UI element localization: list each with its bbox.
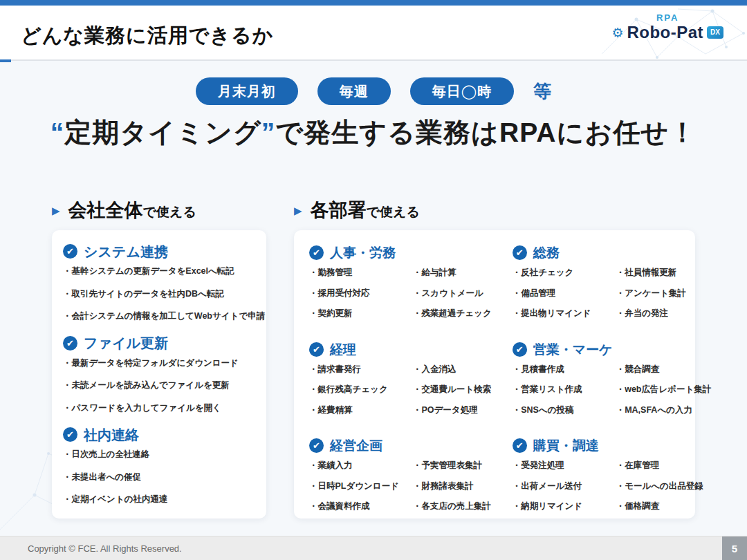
company-wide-card: ✔システム連携 ・基幹システムの更新データをExcelへ転記 ・取引先サイトのデ… xyxy=(52,230,266,519)
task-item: ・業績入力 xyxy=(309,461,413,470)
departments-card: ✔人事・労務 ・勤務管理 ・給与計算 ・採用受付対応 ・スカウトメール ・契約更… xyxy=(294,230,695,519)
task-item: ・web広告レポート集計 xyxy=(616,385,712,394)
footer-bar: Copyright © FCE. All Rights Reserved. 5 xyxy=(0,536,747,560)
task-item: ・受発注処理 xyxy=(513,461,616,470)
task-item: ・採用受付対応 xyxy=(309,289,413,298)
triangle-icon: ▶ xyxy=(52,205,60,216)
section-title: 人事・労務 xyxy=(330,246,396,259)
task-item: ・営業リスト作成 xyxy=(513,385,616,394)
task-item: ・勤務管理 xyxy=(309,268,413,277)
task-item: ・社員情報更新 xyxy=(616,268,712,277)
section-title: 総務 xyxy=(533,246,560,259)
section-purchasing: ✔購買・調達 ・受発注処理 ・在庫管理 ・出荷メール送付 ・モールへの出品登録 … xyxy=(513,438,712,523)
heading-departments: ▶ 各部署 で使える xyxy=(294,198,420,223)
section-title: 経理 xyxy=(330,343,356,356)
section-accounting: ✔経理 ・請求書発行 ・入金消込 ・銀行残高チェック ・交通費ルート検索 ・経費… xyxy=(309,342,492,427)
heading-departments-strong: 各部署 xyxy=(311,198,367,223)
check-icon: ✔ xyxy=(309,342,324,357)
check-icon: ✔ xyxy=(63,336,77,351)
task-item: ・取引先サイトのデータを社内DBへ転記 xyxy=(63,290,257,299)
timing-etc-label: 等 xyxy=(533,82,551,100)
pill-month-end: 月末月初 xyxy=(196,77,298,105)
section-title: システム連携 xyxy=(84,245,168,259)
task-item: ・各支店の売上集計 xyxy=(413,502,492,511)
task-item: ・日次売上の全社連絡 xyxy=(63,450,257,459)
triangle-icon: ▶ xyxy=(294,205,302,216)
task-item: ・銀行残高チェック xyxy=(309,385,413,394)
task-item: ・未読メールを読み込んでファイルを更新 xyxy=(63,381,257,390)
task-item: ・基幹システムの更新データをExcelへ転記 xyxy=(63,267,257,276)
task-item: ・見積書作成 xyxy=(513,365,616,374)
task-item: ・経費精算 xyxy=(309,406,413,415)
task-item: ・弁当の発注 xyxy=(616,309,712,318)
dx-badge: DX xyxy=(707,26,723,39)
robopat-logo: RPA ⚙ Robo-Pat DX xyxy=(611,13,723,41)
page-number: 5 xyxy=(722,536,747,560)
section-hr-labor: ✔人事・労務 ・勤務管理 ・給与計算 ・採用受付対応 ・スカウトメール ・契約更… xyxy=(309,245,492,330)
task-item: ・スカウトメール xyxy=(413,289,492,298)
task-item: ・価格調査 xyxy=(616,502,712,511)
section-general-affairs: ✔総務 ・反社チェック ・社員情報更新 ・備品管理 ・アンケート集計 ・提出物リ… xyxy=(513,245,712,330)
check-icon: ✔ xyxy=(513,438,527,453)
pill-weekly: 毎週 xyxy=(317,77,391,105)
heading-company-strong: 会社全体 xyxy=(68,198,143,223)
task-item: ・MA,SFAへの入力 xyxy=(616,406,712,415)
heading-company-rest: で使える xyxy=(143,203,196,221)
section-internal-communication: ✔社内連絡 ・日次売上の全社連絡 ・未提出者への催促 ・定期イベントの社内通達 xyxy=(63,427,257,504)
section-title: 購買・調達 xyxy=(533,439,599,452)
heading-company-wide: ▶ 会社全体 で使える xyxy=(52,198,196,223)
headline-quoted: 定期タイミング xyxy=(64,118,261,147)
task-item: ・財務諸表集計 xyxy=(413,482,492,491)
quote-close: ” xyxy=(261,118,276,147)
timing-pills-row: 月末月初 毎週 毎日◯時 等 xyxy=(0,77,747,105)
main-headline: “定期タイミング”で発生する業務はRPAにお任せ！ xyxy=(0,114,747,151)
task-item: ・反社チェック xyxy=(513,268,616,277)
logo-rpa-label: RPA xyxy=(656,13,679,22)
task-item: ・パスワードを入力してファイルを開く xyxy=(63,404,257,413)
task-item: ・納期リマインド xyxy=(513,502,616,511)
task-item: ・出荷メール送付 xyxy=(513,482,616,491)
task-item: ・SNSへの投稿 xyxy=(513,406,616,415)
headline-rest: で発生する業務はRPAにお任せ！ xyxy=(275,118,697,147)
section-title: ファイル更新 xyxy=(84,336,168,350)
logo-name: Robo-Pat xyxy=(627,24,703,41)
task-item: ・交通費ルート検索 xyxy=(413,385,492,394)
task-item: ・給与計算 xyxy=(413,268,492,277)
check-icon: ✔ xyxy=(309,245,324,260)
task-item: ・提出物リマインド xyxy=(513,309,616,318)
task-item: ・残業超過チェック xyxy=(413,309,492,318)
section-corporate-planning: ✔経営企画 ・業績入力 ・予実管理表集計 ・日時PLダウンロード ・財務諸表集計… xyxy=(309,438,492,523)
top-accent-bar xyxy=(0,0,747,6)
check-icon: ✔ xyxy=(309,438,324,453)
page-title: どんな業務に活用できるか xyxy=(21,22,273,50)
task-item: ・契約更新 xyxy=(309,309,413,318)
task-item: ・アンケート集計 xyxy=(616,289,712,298)
task-item: ・請求書発行 xyxy=(309,365,413,374)
quote-open: “ xyxy=(50,118,65,147)
pill-daily: 毎日◯時 xyxy=(410,77,514,105)
section-file-update: ✔ファイル更新 ・最新データを特定フォルダにダウンロード ・未読メールを読み込ん… xyxy=(63,336,257,413)
task-item: ・競合調査 xyxy=(616,365,712,374)
task-item: ・入金消込 xyxy=(413,365,492,374)
check-icon: ✔ xyxy=(513,245,527,260)
task-item: ・最新データを特定フォルダにダウンロード xyxy=(63,359,257,368)
task-item: ・会議資料作成 xyxy=(309,502,413,511)
task-item: ・未提出者への催促 xyxy=(63,473,257,482)
header-accent-tick xyxy=(0,59,11,62)
check-icon: ✔ xyxy=(63,244,77,259)
task-item: ・POデータ処理 xyxy=(413,406,492,415)
task-item: ・予実管理表集計 xyxy=(413,461,492,470)
section-system-integration: ✔システム連携 ・基幹システムの更新データをExcelへ転記 ・取引先サイトのデ… xyxy=(63,244,257,321)
task-item: ・会計システムの情報を加工してWebサイトで申請 xyxy=(63,312,257,321)
section-title: 営業・マーケ xyxy=(533,343,613,356)
task-item: ・日時PLダウンロード xyxy=(309,482,413,491)
section-sales-marketing: ✔営業・マーケ ・見積書作成 ・競合調査 ・営業リスト作成 ・web広告レポート… xyxy=(513,342,712,427)
task-item: ・在庫管理 xyxy=(616,461,712,470)
copyright-text: Copyright © FCE. All Rights Reserved. xyxy=(28,543,182,554)
check-icon: ✔ xyxy=(513,342,527,357)
heading-departments-rest: で使える xyxy=(367,203,420,221)
section-title: 経営企画 xyxy=(330,439,382,452)
task-item: ・備品管理 xyxy=(513,289,616,298)
section-title: 社内連絡 xyxy=(84,428,139,442)
task-item: ・モールへの出品登録 xyxy=(616,482,712,491)
